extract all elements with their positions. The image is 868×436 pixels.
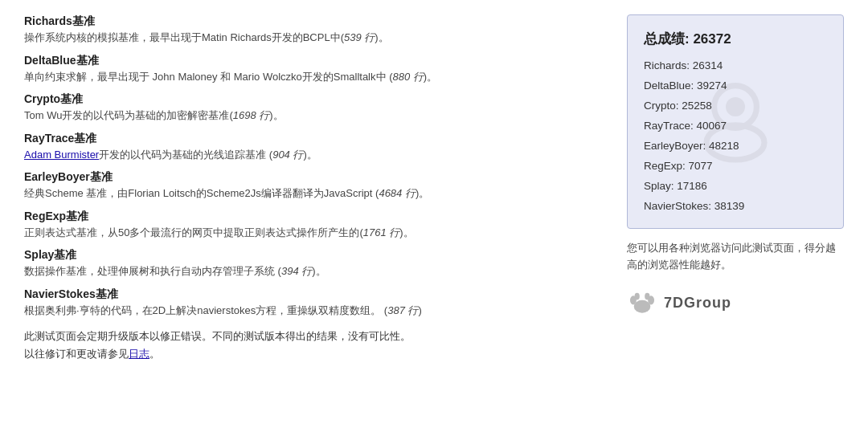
score-title: 总成绩: 26372 [644, 30, 827, 48]
bench-desc-crypto: Tom Wu开发的以代码为基础的加密解密基准(1698 行)。 [24, 109, 284, 121]
bench-desc-richards: 操作系统内核的模拟基准，最早出现于Matin Richards开发的BCPL中(… [24, 31, 389, 43]
bench-title-raytrace: RayTrace基准 [24, 132, 608, 146]
bench-title-crypto: Crypto基准 [24, 92, 608, 107]
logo-text: 7DGroup [664, 295, 731, 312]
bench-title-deltablue: DeltaBlue基准 [24, 54, 608, 68]
list-item: RegExp基准 正则表达式基准，从50多个最流行的网页中提取正则表达式操作所产… [24, 210, 608, 241]
score-items: Richards: 26314 DeltaBlue: 39274 Crypto:… [644, 56, 827, 217]
list-item: Crypto基准 Tom Wu开发的以代码为基础的加密解密基准(1698 行)。 [24, 92, 608, 124]
score-row-earleyboyer: EarleyBoyer: 48218 [644, 137, 827, 157]
score-row-crypto: Crypto: 25258 [644, 96, 827, 116]
footer-note: 此测试页面会定期升级版本以修正错误。不同的测试版本得出的结果，没有可比性。 以往… [24, 328, 608, 363]
svg-point-7 [645, 293, 649, 300]
bench-title-regexp: RegExp基准 [24, 210, 608, 224]
bench-title-splay: Splay基准 [24, 248, 608, 263]
list-item: Splay基准 数据操作基准，处理伸展树和执行自动内存管理子系统 (394 行)… [24, 248, 608, 279]
logo-area: 7DGroup [627, 287, 844, 318]
list-item: RayTrace基准 Adam Burmister开发的以代码为基础的光线追踪基… [24, 132, 608, 163]
score-row-raytrace: RayTrace: 40067 [644, 116, 827, 137]
bench-desc-regexp: 正则表达式基准，从50多个最流行的网页中提取正则表达式操作所产生的(1761 行… [24, 226, 414, 238]
bench-title-earleyboyer: EarleyBoyer基准 [24, 170, 608, 185]
score-box: 总成绩: 26372 Richards: 26314 DeltaBlue: 39… [627, 14, 844, 229]
score-row-regexp: RegExp: 7077 [644, 157, 827, 177]
main-content: Richards基准 操作系统内核的模拟基准，最早出现于Matin Richar… [24, 14, 608, 422]
score-row-splay: Splay: 17186 [644, 177, 827, 197]
adam-burmister-link[interactable]: Adam Burmister [24, 149, 99, 161]
list-item: EarleyBoyer基准 经典Scheme 基准，由Florian Loits… [24, 170, 608, 202]
score-row-deltablue: DeltaBlue: 39274 [644, 76, 827, 96]
bench-desc-raytrace: Adam Burmister开发的以代码为基础的光线追踪基准 (904 行)。 [24, 149, 317, 161]
list-item: DeltaBlue基准 单向约束求解，最早出现于 John Maloney 和 … [24, 54, 608, 85]
right-note: 您可以用各种浏览器访问此测试页面，得分越高的浏览器性能越好。 [627, 240, 844, 274]
bench-title-richards: Richards基准 [24, 14, 608, 29]
list-item: Richards基准 操作系统内核的模拟基准，最早出现于Matin Richar… [24, 14, 608, 46]
bench-title-navierstokes: NavierStokes基准 [24, 287, 608, 302]
7dgroup-logo-icon [627, 287, 657, 318]
log-link[interactable]: 日志 [129, 348, 149, 360]
benchmark-list: Richards基准 操作系统内核的模拟基准，最早出现于Matin Richar… [24, 14, 608, 318]
score-row-navierstokes: NavierStokes: 38139 [644, 197, 827, 217]
list-item: NavierStokes基准 根据奥利弗·亨特的代码，在2D上解决naviers… [24, 287, 608, 319]
right-column: 总成绩: 26372 Richards: 26314 DeltaBlue: 39… [627, 14, 844, 422]
bench-desc-splay: 数据操作基准，处理伸展树和执行自动内存管理子系统 (394 行)。 [24, 265, 326, 277]
score-row-richards: Richards: 26314 [644, 56, 827, 76]
bench-desc-earleyboyer: 经典Scheme 基准，由Florian Loitsch的Scheme2Js编译… [24, 187, 429, 199]
bench-desc-navierstokes: 根据奥利弗·亨特的代码，在2D上解决navierstokes方程，重操纵双精度数… [24, 304, 422, 316]
svg-point-6 [635, 293, 640, 300]
svg-point-3 [634, 300, 651, 313]
bench-desc-deltablue: 单向约束求解，最早出现于 John Maloney 和 Mario Wolczk… [24, 71, 437, 83]
